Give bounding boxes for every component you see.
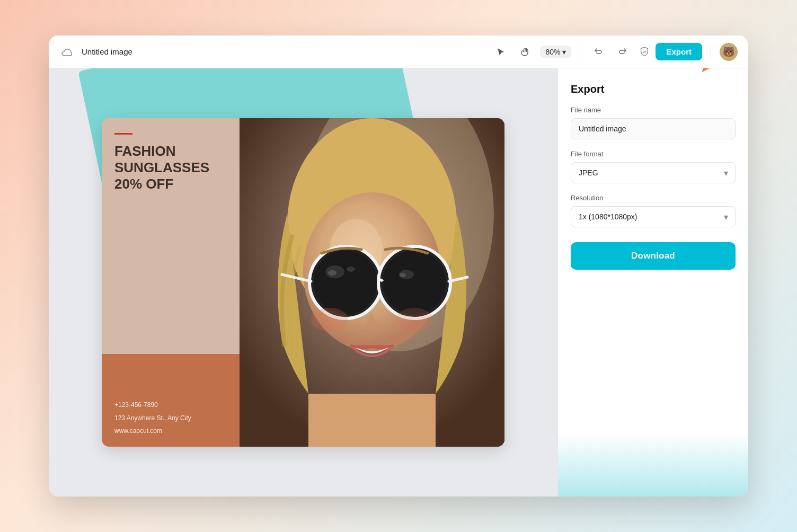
- svg-point-13: [383, 251, 446, 314]
- resolution-label: Resolution: [571, 194, 736, 202]
- svg-point-15: [400, 273, 406, 277]
- card-header-section: FASHIONSUNGLASSES20% OFF: [102, 118, 240, 354]
- undo-button[interactable]: [589, 42, 608, 61]
- zoom-chevron-icon: ▾: [562, 48, 566, 56]
- file-format-field-group: File format JPEG PNG PDF GIF WebP: [571, 150, 736, 183]
- contact-website: www.capcut.com: [114, 426, 227, 436]
- export-button[interactable]: Export: [656, 43, 702, 60]
- arrow-indicator: [685, 68, 722, 78]
- panel-title: Export: [571, 83, 736, 95]
- resolution-field-group: Resolution 1x (1080*1080px) 2x (2160*216…: [571, 194, 736, 227]
- panel-bottom-decoration: [558, 433, 748, 496]
- card-contact-section: +123-456-7890 123 Anywhere St., Any City…: [102, 354, 240, 447]
- panel-header: Export: [571, 83, 736, 95]
- file-format-label: File format: [571, 150, 736, 158]
- toolbar-right: Export 🐻: [639, 43, 738, 61]
- file-format-select-wrap: JPEG PNG PDF GIF WebP: [571, 162, 736, 183]
- file-name-input[interactable]: [571, 118, 736, 139]
- contact-phone: +123-456-7890: [114, 400, 227, 410]
- zoom-value: 80%: [545, 48, 560, 56]
- hand-tool-button[interactable]: [516, 42, 535, 61]
- svg-rect-3: [308, 394, 436, 447]
- shield-icon: [639, 46, 650, 58]
- svg-marker-20: [695, 68, 721, 74]
- file-name-field-group: File name: [571, 106, 736, 139]
- card-headline: FASHIONSUNGLASSES20% OFF: [114, 143, 227, 193]
- toolbar-left: Untitled image: [59, 43, 485, 60]
- toolbar: Untitled image 80% ▾: [49, 36, 748, 68]
- resolution-select-wrap: 1x (1080*1080px) 2x (2160*2160px) 0.5x (…: [571, 206, 736, 227]
- svg-point-8: [314, 251, 377, 314]
- export-panel: Export File name File format JPEG PNG PD…: [557, 68, 748, 496]
- svg-point-18: [311, 308, 348, 331]
- main-content: FASHIONSUNGLASSES20% OFF +123-456-7890 1…: [49, 68, 748, 496]
- pointer-tool-button[interactable]: [491, 42, 510, 61]
- card-photo-section: [240, 118, 504, 447]
- app-window: Untitled image 80% ▾: [49, 36, 748, 496]
- cloud-icon: [59, 43, 76, 60]
- file-format-select[interactable]: JPEG PNG PDF GIF WebP: [571, 162, 736, 183]
- svg-point-19: [396, 308, 433, 331]
- toolbar-center: 80% ▾: [491, 42, 632, 61]
- card-left-panel: FASHIONSUNGLASSES20% OFF +123-456-7890 1…: [102, 118, 240, 447]
- avatar[interactable]: 🐻: [720, 43, 738, 61]
- resolution-select[interactable]: 1x (1080*1080px) 2x (2160*2160px) 0.5x (…: [571, 206, 736, 227]
- canvas-area[interactable]: FASHIONSUNGLASSES20% OFF +123-456-7890 1…: [49, 68, 557, 496]
- design-card: FASHIONSUNGLASSES20% OFF +123-456-7890 1…: [102, 118, 504, 447]
- zoom-control[interactable]: 80% ▾: [540, 46, 571, 58]
- woman-photo: [240, 118, 504, 447]
- download-button[interactable]: Download: [571, 242, 736, 270]
- accent-line: [114, 133, 132, 135]
- toolbar-right-divider: [711, 44, 711, 60]
- document-title: Untitled image: [82, 47, 132, 56]
- contact-address: 123 Anywhere St., Any City: [114, 413, 227, 423]
- redo-button[interactable]: [613, 42, 632, 61]
- file-name-label: File name: [571, 106, 736, 114]
- svg-point-10: [347, 267, 355, 272]
- toolbar-divider: [580, 44, 580, 60]
- svg-point-11: [328, 270, 336, 276]
